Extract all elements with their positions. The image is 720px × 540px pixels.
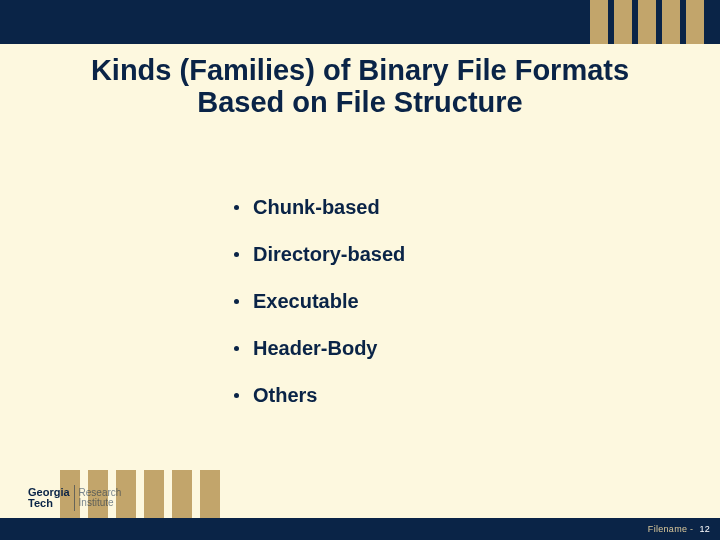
logo-ri-1: Research: [79, 487, 122, 498]
bullet-text: Executable: [253, 290, 359, 313]
logo-ri-2: Institute: [79, 497, 114, 508]
stripe: [614, 0, 632, 44]
bullet-text: Directory-based: [253, 243, 405, 266]
bullet-text: Header-Body: [253, 337, 377, 360]
bullet-text: Others: [253, 384, 317, 407]
list-item: Others: [234, 384, 405, 407]
stripe: [638, 0, 656, 44]
bullet-list: Chunk-based Directory-based Executable H…: [234, 196, 405, 431]
list-item: Directory-based: [234, 243, 405, 266]
stripe: [172, 470, 192, 518]
footer-bar: Filename - 12: [0, 518, 720, 540]
list-item: Chunk-based: [234, 196, 405, 219]
stripe: [144, 470, 164, 518]
stripe: [662, 0, 680, 44]
slide-title: Kinds (Families) of Binary File Formats …: [0, 54, 720, 119]
logo-line-2: Tech: [28, 497, 53, 509]
logo-divider: [74, 485, 75, 511]
bullet-dot-icon: [234, 252, 239, 257]
list-item: Executable: [234, 290, 405, 313]
footer-filename-label: Filename -: [648, 524, 694, 534]
stripe: [590, 0, 608, 44]
bullet-dot-icon: [234, 346, 239, 351]
title-line-1: Kinds (Families) of Binary File Formats: [91, 54, 629, 86]
georgia-tech-logo: Georgia Tech Research Institute: [28, 478, 138, 518]
title-line-2: Based on File Structure: [197, 86, 523, 118]
header-stripes: [590, 0, 704, 44]
bullet-dot-icon: [234, 393, 239, 398]
stripe: [686, 0, 704, 44]
bullet-dot-icon: [234, 299, 239, 304]
logo-secondary: Research Institute: [79, 488, 122, 509]
logo-primary: Georgia Tech: [28, 487, 70, 509]
footer-page-number: 12: [699, 524, 710, 534]
list-item: Header-Body: [234, 337, 405, 360]
bullet-text: Chunk-based: [253, 196, 380, 219]
stripe: [200, 470, 220, 518]
bullet-dot-icon: [234, 205, 239, 210]
